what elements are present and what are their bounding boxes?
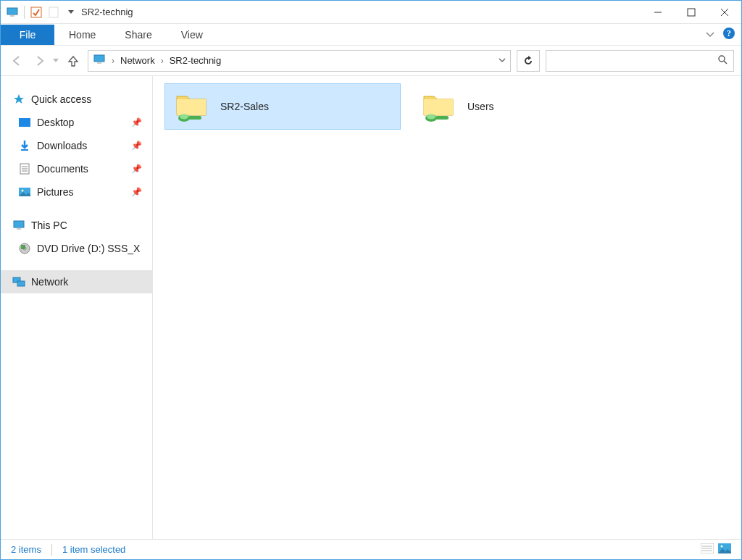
- sidebar-item-label: This PC: [31, 220, 67, 231]
- folder-label: Users: [467, 101, 494, 112]
- breadcrumb-dropdown-icon[interactable]: [499, 57, 506, 65]
- svg-rect-5: [688, 9, 695, 16]
- pin-icon: 📌: [131, 141, 142, 151]
- network-icon: [12, 275, 25, 288]
- sidebar-item-downloads[interactable]: Downloads 📌: [1, 134, 152, 157]
- details-view-icon[interactable]: [701, 543, 714, 556]
- thumbnails-view-icon[interactable]: [718, 543, 731, 556]
- back-button[interactable]: [8, 52, 25, 70]
- shared-folder-icon: [174, 89, 209, 124]
- svg-point-34: [427, 114, 435, 120]
- svg-rect-10: [94, 55, 104, 62]
- window-controls: [641, 1, 741, 23]
- breadcrumb-current[interactable]: SR2-technig: [170, 55, 222, 66]
- sidebar-item-documents[interactable]: Documents 📌: [1, 157, 152, 180]
- separator: [24, 6, 25, 19]
- status-item-count: 2 items: [11, 544, 41, 555]
- sidebar-item-label: Desktop: [37, 117, 74, 128]
- pictures-icon: [18, 185, 31, 198]
- separator: [51, 544, 52, 556]
- sidebar-item-label: Network: [31, 276, 68, 288]
- sidebar-this-pc[interactable]: This PC: [1, 214, 152, 237]
- addressbar: › Network › SR2-technig: [1, 46, 741, 76]
- folder-label: SR2-Sales: [220, 101, 269, 112]
- status-selected-count: 1 item selected: [62, 544, 125, 555]
- pin-icon: 📌: [131, 187, 142, 197]
- forward-button[interactable]: [31, 52, 49, 70]
- svg-line-13: [724, 61, 727, 64]
- pc-icon: [12, 219, 25, 232]
- svg-rect-28: [17, 281, 25, 286]
- shared-folder-icon: [421, 89, 456, 124]
- titlebar: SR2-technig: [1, 1, 741, 24]
- body: Quick access Desktop 📌 Downloads 📌 Docum…: [1, 76, 741, 539]
- svg-rect-2: [31, 7, 41, 17]
- sidebar-item-label: Quick access: [31, 93, 91, 105]
- svg-rect-3: [49, 7, 58, 17]
- svg-rect-22: [14, 221, 24, 227]
- pc-icon[interactable]: [5, 5, 20, 20]
- help-icon[interactable]: ?: [722, 27, 735, 42]
- content-area[interactable]: SR2-Sales Users: [153, 76, 741, 539]
- tab-share[interactable]: Share: [110, 24, 166, 45]
- desktop-icon: [18, 116, 31, 129]
- svg-rect-26: [21, 245, 25, 249]
- close-button[interactable]: [708, 1, 741, 23]
- sidebar-item-dvd[interactable]: DVD Drive (D:) SSS_X: [1, 237, 152, 260]
- svg-point-21: [22, 190, 24, 192]
- svg-rect-33: [435, 116, 449, 120]
- svg-point-40: [721, 546, 723, 548]
- ribbon-expand-icon[interactable]: [705, 30, 715, 40]
- svg-rect-23: [17, 228, 21, 230]
- up-button[interactable]: [64, 52, 82, 70]
- qat-customize-icon[interactable]: [68, 10, 74, 14]
- svg-rect-1: [10, 15, 14, 17]
- sidebar-network[interactable]: Network: [1, 270, 152, 293]
- sidebar-item-label: Documents: [37, 163, 88, 175]
- chevron-right-icon[interactable]: ›: [112, 56, 114, 66]
- sidebar-item-label: DVD Drive (D:) SSS_X: [37, 243, 140, 254]
- download-icon: [18, 139, 31, 152]
- breadcrumb[interactable]: › Network › SR2-technig: [88, 50, 511, 72]
- svg-point-31: [180, 114, 188, 120]
- history-dropdown-icon[interactable]: [53, 59, 59, 62]
- sidebar-quick-access[interactable]: Quick access: [1, 88, 152, 111]
- folder-item-sr2-sales[interactable]: SR2-Sales: [164, 83, 401, 130]
- ribbon: File Home Share View ?: [1, 24, 741, 46]
- tab-view[interactable]: View: [167, 24, 217, 45]
- maximize-button[interactable]: [675, 1, 708, 23]
- quick-access-toolbar: [1, 5, 74, 20]
- minimize-button[interactable]: [641, 1, 675, 23]
- sidebar-item-label: Pictures: [37, 186, 74, 198]
- file-tab[interactable]: File: [1, 25, 54, 45]
- search-input[interactable]: [546, 50, 734, 72]
- svg-point-12: [719, 56, 725, 62]
- sidebar: Quick access Desktop 📌 Downloads 📌 Docum…: [1, 76, 153, 539]
- chevron-right-icon[interactable]: ›: [161, 56, 164, 66]
- svg-text:?: ?: [727, 28, 731, 38]
- sidebar-item-pictures[interactable]: Pictures 📌: [1, 180, 152, 204]
- disc-icon: [18, 242, 31, 255]
- new-folder-icon[interactable]: [46, 5, 61, 20]
- svg-rect-0: [7, 8, 17, 14]
- refresh-button[interactable]: [517, 50, 540, 72]
- window-title: SR2-technig: [81, 7, 133, 17]
- sidebar-item-label: Downloads: [37, 140, 87, 151]
- network-pc-icon: [93, 54, 106, 67]
- sidebar-item-desktop[interactable]: Desktop 📌: [1, 111, 152, 134]
- statusbar: 2 items 1 item selected: [1, 539, 741, 559]
- tab-home[interactable]: Home: [54, 24, 110, 45]
- search-icon: [717, 54, 728, 67]
- svg-rect-30: [188, 116, 201, 120]
- breadcrumb-network[interactable]: Network: [120, 55, 155, 66]
- pin-icon: 📌: [131, 117, 142, 128]
- svg-rect-14: [19, 118, 30, 127]
- properties-icon[interactable]: [29, 5, 43, 20]
- document-icon: [18, 162, 31, 175]
- pin-icon: 📌: [131, 164, 142, 174]
- folder-item-users[interactable]: Users: [412, 83, 649, 130]
- svg-rect-11: [97, 62, 101, 64]
- star-icon: [12, 93, 25, 106]
